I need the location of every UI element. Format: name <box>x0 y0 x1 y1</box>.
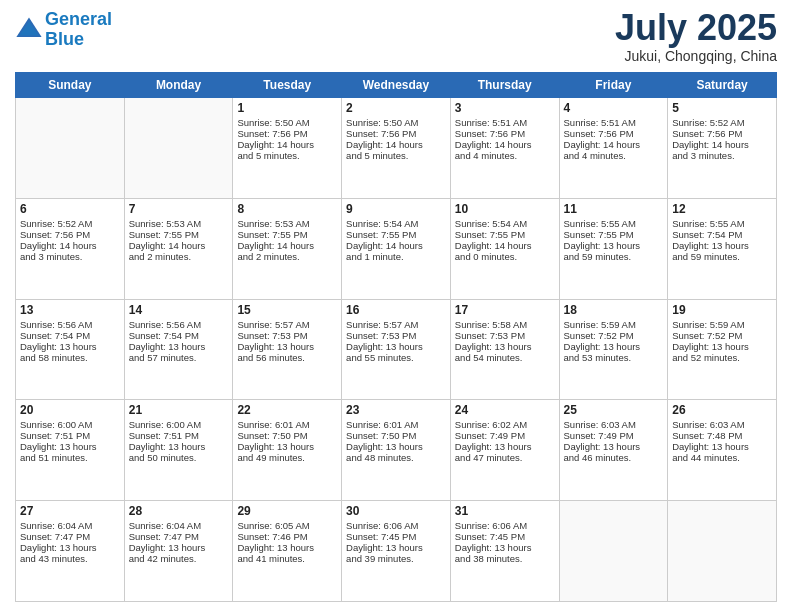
day-info-line: Sunrise: 6:03 AM <box>564 419 664 430</box>
day-info-line: Daylight: 13 hours <box>455 542 555 553</box>
day-info-line: Daylight: 13 hours <box>346 441 446 452</box>
day-number: 22 <box>237 403 337 417</box>
day-number: 28 <box>129 504 229 518</box>
day-info-line: Sunrise: 5:52 AM <box>20 218 120 229</box>
table-row: 16Sunrise: 5:57 AMSunset: 7:53 PMDayligh… <box>342 299 451 400</box>
day-info-line: Daylight: 13 hours <box>20 341 120 352</box>
day-number: 7 <box>129 202 229 216</box>
logo-text: General Blue <box>45 10 112 50</box>
day-info-line: Sunrise: 5:56 AM <box>20 319 120 330</box>
day-info-line: Sunrise: 6:02 AM <box>455 419 555 430</box>
day-info-line: and 39 minutes. <box>346 553 446 564</box>
day-number: 8 <box>237 202 337 216</box>
day-info-line: Sunset: 7:50 PM <box>237 430 337 441</box>
day-info-line: Sunrise: 5:56 AM <box>129 319 229 330</box>
col-friday: Friday <box>559 73 668 98</box>
day-info-line: Daylight: 13 hours <box>237 441 337 452</box>
day-info-line: Sunset: 7:55 PM <box>346 229 446 240</box>
day-info-line: and 2 minutes. <box>237 251 337 262</box>
table-row <box>124 98 233 199</box>
day-info-line: Sunset: 7:54 PM <box>129 330 229 341</box>
day-info-line: and 55 minutes. <box>346 352 446 363</box>
table-row: 20Sunrise: 6:00 AMSunset: 7:51 PMDayligh… <box>16 400 125 501</box>
day-info-line: Sunset: 7:53 PM <box>237 330 337 341</box>
day-number: 12 <box>672 202 772 216</box>
calendar-week-row: 27Sunrise: 6:04 AMSunset: 7:47 PMDayligh… <box>16 501 777 602</box>
table-row: 9Sunrise: 5:54 AMSunset: 7:55 PMDaylight… <box>342 198 451 299</box>
day-info-line: Sunset: 7:49 PM <box>455 430 555 441</box>
page: General Blue July 2025 Jukui, Chongqing,… <box>0 0 792 612</box>
day-info-line: Sunrise: 5:55 AM <box>672 218 772 229</box>
table-row <box>16 98 125 199</box>
table-row: 8Sunrise: 5:53 AMSunset: 7:55 PMDaylight… <box>233 198 342 299</box>
logo-line2: Blue <box>45 29 84 49</box>
table-row: 11Sunrise: 5:55 AMSunset: 7:55 PMDayligh… <box>559 198 668 299</box>
day-info-line: Sunset: 7:56 PM <box>455 128 555 139</box>
day-info-line: Sunrise: 6:03 AM <box>672 419 772 430</box>
day-info-line: Daylight: 13 hours <box>346 542 446 553</box>
day-info-line: Daylight: 13 hours <box>455 441 555 452</box>
day-number: 31 <box>455 504 555 518</box>
day-number: 27 <box>20 504 120 518</box>
day-info-line: Sunset: 7:46 PM <box>237 531 337 542</box>
day-info-line: Daylight: 13 hours <box>455 341 555 352</box>
table-row: 27Sunrise: 6:04 AMSunset: 7:47 PMDayligh… <box>16 501 125 602</box>
table-row: 28Sunrise: 6:04 AMSunset: 7:47 PMDayligh… <box>124 501 233 602</box>
day-info-line: and 4 minutes. <box>455 150 555 161</box>
day-number: 16 <box>346 303 446 317</box>
day-number: 13 <box>20 303 120 317</box>
day-info-line: Sunset: 7:56 PM <box>564 128 664 139</box>
day-info-line: Sunrise: 5:50 AM <box>346 117 446 128</box>
day-info-line: Sunrise: 6:04 AM <box>129 520 229 531</box>
day-info-line: Sunset: 7:52 PM <box>672 330 772 341</box>
day-info-line: and 41 minutes. <box>237 553 337 564</box>
day-number: 9 <box>346 202 446 216</box>
day-info-line: Sunrise: 5:50 AM <box>237 117 337 128</box>
day-info-line: and 54 minutes. <box>455 352 555 363</box>
day-info-line: Sunset: 7:50 PM <box>346 430 446 441</box>
table-row: 29Sunrise: 6:05 AMSunset: 7:46 PMDayligh… <box>233 501 342 602</box>
table-row: 13Sunrise: 5:56 AMSunset: 7:54 PMDayligh… <box>16 299 125 400</box>
calendar-week-row: 1Sunrise: 5:50 AMSunset: 7:56 PMDaylight… <box>16 98 777 199</box>
day-info-line: and 48 minutes. <box>346 452 446 463</box>
calendar-week-row: 6Sunrise: 5:52 AMSunset: 7:56 PMDaylight… <box>16 198 777 299</box>
day-info-line: Sunrise: 6:06 AM <box>455 520 555 531</box>
title-block: July 2025 Jukui, Chongqing, China <box>615 10 777 64</box>
day-number: 19 <box>672 303 772 317</box>
table-row: 17Sunrise: 5:58 AMSunset: 7:53 PMDayligh… <box>450 299 559 400</box>
day-number: 1 <box>237 101 337 115</box>
table-row: 25Sunrise: 6:03 AMSunset: 7:49 PMDayligh… <box>559 400 668 501</box>
day-info-line: and 59 minutes. <box>672 251 772 262</box>
day-number: 23 <box>346 403 446 417</box>
table-row: 26Sunrise: 6:03 AMSunset: 7:48 PMDayligh… <box>668 400 777 501</box>
day-info-line: Daylight: 14 hours <box>237 139 337 150</box>
day-info-line: and 1 minute. <box>346 251 446 262</box>
day-info-line: and 58 minutes. <box>20 352 120 363</box>
day-info-line: Daylight: 13 hours <box>20 441 120 452</box>
day-info-line: and 57 minutes. <box>129 352 229 363</box>
table-row: 24Sunrise: 6:02 AMSunset: 7:49 PMDayligh… <box>450 400 559 501</box>
day-info-line: Daylight: 13 hours <box>129 441 229 452</box>
day-info-line: and 52 minutes. <box>672 352 772 363</box>
day-info-line: Sunset: 7:52 PM <box>564 330 664 341</box>
location-subtitle: Jukui, Chongqing, China <box>615 48 777 64</box>
day-info-line: Daylight: 14 hours <box>237 240 337 251</box>
day-info-line: Sunset: 7:55 PM <box>129 229 229 240</box>
day-info-line: Sunset: 7:53 PM <box>346 330 446 341</box>
day-info-line: Sunset: 7:56 PM <box>346 128 446 139</box>
calendar-table: Sunday Monday Tuesday Wednesday Thursday… <box>15 72 777 602</box>
day-info-line: Daylight: 13 hours <box>672 341 772 352</box>
col-thursday: Thursday <box>450 73 559 98</box>
table-row: 6Sunrise: 5:52 AMSunset: 7:56 PMDaylight… <box>16 198 125 299</box>
header: General Blue July 2025 Jukui, Chongqing,… <box>15 10 777 64</box>
day-info-line: and 42 minutes. <box>129 553 229 564</box>
day-number: 24 <box>455 403 555 417</box>
day-info-line: Sunrise: 6:01 AM <box>237 419 337 430</box>
table-row: 2Sunrise: 5:50 AMSunset: 7:56 PMDaylight… <box>342 98 451 199</box>
table-row <box>668 501 777 602</box>
day-info-line: Sunset: 7:56 PM <box>672 128 772 139</box>
day-info-line: Sunset: 7:54 PM <box>672 229 772 240</box>
day-info-line: Daylight: 13 hours <box>564 240 664 251</box>
day-info-line: Daylight: 13 hours <box>564 441 664 452</box>
day-number: 18 <box>564 303 664 317</box>
